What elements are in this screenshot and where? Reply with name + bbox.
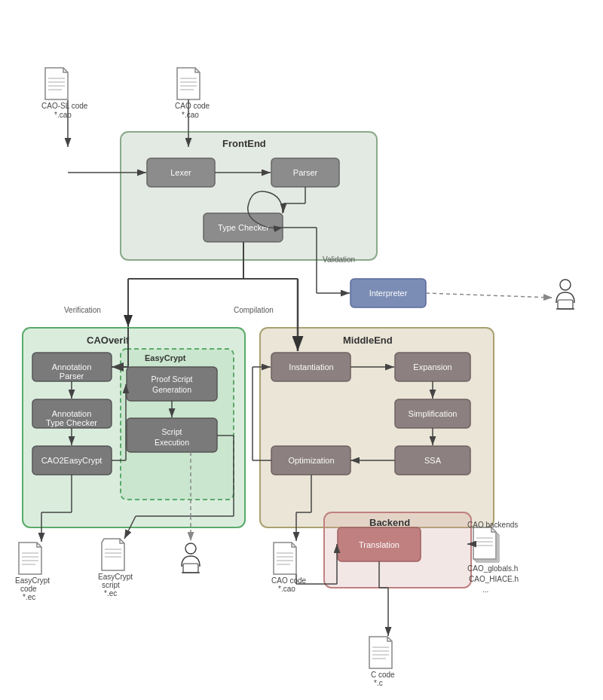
svg-text:Optimization: Optimization [288,456,334,465]
svg-text:EasyCrypt: EasyCrypt [98,573,133,581]
svg-text:*.cao: *.cao [278,585,295,593]
svg-text:code: code [20,585,37,593]
svg-text:script: script [102,581,120,589]
svg-text:Translation: Translation [359,540,399,549]
svg-text:Script: Script [162,427,182,436]
svg-text:C code: C code [371,671,395,679]
diagram-container: FrontEnd CAOverif EasyCrypt MiddleEnd Ba… [0,0,603,700]
doc-cao-top-label: CAO code [175,102,210,110]
person-interpreter [556,280,574,309]
doc-cao-backends [473,527,499,562]
easycrypt-label: EasyCrypt [145,353,186,362]
svg-text:Proof Script: Proof Script [152,374,193,384]
caoverif-label: CAOverif [87,335,130,346]
svg-text:Validation: Validation [323,255,355,264]
interpreter-label: Interpreter [369,289,408,298]
svg-point-56 [560,280,571,290]
diagram-svg: FrontEnd CAOverif EasyCrypt MiddleEnd Ba… [0,0,603,700]
middleend-label: MiddleEnd [343,335,393,346]
svg-text:Parser: Parser [60,371,84,381]
type-checker-label: Type Checker [218,223,269,232]
svg-text:Generation: Generation [152,385,191,394]
doc-cao-sl-label: CAO-SL code [41,102,88,110]
svg-text:*.ec: *.ec [104,589,117,598]
svg-text:...: ... [482,585,488,594]
backend-label: Backend [369,517,410,528]
svg-text:*.ec: *.ec [23,593,35,601]
svg-text:*.cao: *.cao [182,111,199,119]
person-script [182,543,200,573]
svg-text:Annotation: Annotation [52,362,92,371]
svg-text:EasyCrypt: EasyCrypt [15,576,50,585]
doc-cao-sl [45,68,68,99]
compilation-label: Compilation [234,306,274,314]
frontend-label: FrontEnd [222,138,266,149]
svg-text:Simplification: Simplification [409,409,458,418]
svg-text:CAO_globals.h: CAO_globals.h [467,564,518,573]
svg-text:Instantiation: Instantiation [289,362,333,371]
doc-cao-bottom [274,543,296,574]
doc-ec-code [19,543,41,574]
svg-text:Type Checker: Type Checker [46,418,97,427]
svg-text:Expansion: Expansion [413,362,451,371]
svg-line-96 [426,293,552,298]
svg-text:Annotation: Annotation [52,409,92,418]
svg-rect-60 [183,564,198,573]
svg-text:Execution: Execution [155,438,189,447]
svg-text:SSA: SSA [424,456,442,465]
proof-script-gen-box [127,367,217,401]
svg-text:CAO_HIACE.h: CAO_HIACE.h [469,575,519,583]
lexer-label: Lexer [170,168,191,177]
parser-label: Parser [293,168,318,177]
doc-c-code [369,637,392,668]
svg-text:CAO backends: CAO backends [467,521,518,529]
verification-label: Verification [64,306,101,314]
svg-rect-57 [558,300,573,309]
svg-point-59 [185,543,196,554]
doc-ec-script [102,539,124,570]
svg-text:*.c: *.c [374,679,383,687]
svg-text:*.cao: *.cao [54,111,72,119]
doc-cao-top [177,68,200,99]
svg-text:CAO2EasyCrypt: CAO2EasyCrypt [41,456,103,465]
